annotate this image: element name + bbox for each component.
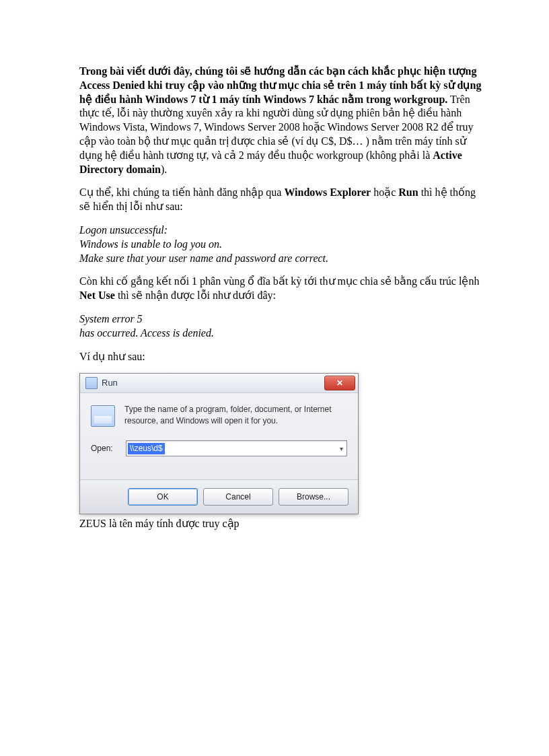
dialog-title: Run [102, 378, 324, 389]
intro-paragraph: Trong bài viết dưới đây, chúng tôi sẽ hư… [79, 65, 482, 176]
p2-a: Cụ thể, khi chúng ta tiến hành đăng nhập… [79, 186, 284, 198]
paragraph-3: Còn khi cố gắng kết nối 1 phân vùng ổ đĩ… [79, 275, 482, 303]
open-input-value: \\zeus\d$ [128, 443, 165, 455]
err1-l1: Logon unsuccessful: [79, 224, 482, 238]
err1-l3: Make sure that your user name and passwo… [79, 252, 482, 266]
program-icon [91, 405, 115, 427]
chevron-down-icon[interactable]: ▾ [335, 441, 346, 456]
close-button[interactable]: ✕ [324, 376, 355, 390]
err1-l2: Windows is unable to log you on. [79, 238, 482, 252]
intro-text-2: ). [161, 164, 167, 175]
dialog-body: Type the name of a program, folder, docu… [80, 393, 358, 479]
p3-b1: Net Use [79, 289, 115, 301]
description-text: Type the name of a program, folder, docu… [124, 404, 347, 427]
open-label: Open: [91, 444, 118, 454]
close-icon: ✕ [336, 378, 343, 389]
err2-l1: System error 5 [79, 312, 482, 327]
paragraph-4: Ví dụ như sau: [79, 350, 482, 364]
open-input[interactable]: \\zeus\d$ ▾ [126, 440, 347, 456]
paragraph-2: Cụ thể, khi chúng ta tiến hành đăng nhập… [79, 186, 482, 214]
error-block-1: Logon unsuccessful: Windows is unable to… [79, 224, 482, 265]
p2-b2: Run [398, 186, 418, 198]
browse-button[interactable]: Browse... [279, 488, 349, 506]
browse-label: Browse... [297, 492, 330, 503]
cancel-button[interactable]: Cancel [203, 488, 273, 506]
run-dialog: Run ✕ Type the name of a program, folder… [79, 373, 359, 514]
ok-label: OK [157, 492, 168, 503]
err2-l2: has occurred. Access is denied. [79, 327, 482, 341]
p3-b: thì sẽ nhận được lỗi như dưới đây: [115, 289, 276, 301]
description-row: Type the name of a program, folder, docu… [91, 404, 347, 427]
p2-b: hoặc [371, 186, 398, 198]
p3-a: Còn khi cố gắng kết nối 1 phân vùng ổ đĩ… [79, 275, 479, 287]
cancel-label: Cancel [225, 492, 250, 503]
p2-b1: Windows Explorer [284, 186, 371, 198]
image-caption: ZEUS là tên máy tính được truy cập [79, 517, 482, 531]
open-row: Open: \\zeus\d$ ▾ [91, 440, 347, 456]
titlebar[interactable]: Run ✕ [80, 374, 358, 393]
intro-bold: Trong bài viết dưới đây, chúng tôi sẽ hư… [79, 65, 481, 105]
document-page: Trong bài viết dưới đây, chúng tôi sẽ hư… [0, 0, 549, 531]
button-row: OK Cancel Browse... [80, 479, 358, 514]
ok-button[interactable]: OK [128, 488, 198, 506]
run-icon [85, 377, 98, 389]
error-block-2: System error 5 has occurred. Access is d… [79, 312, 482, 341]
